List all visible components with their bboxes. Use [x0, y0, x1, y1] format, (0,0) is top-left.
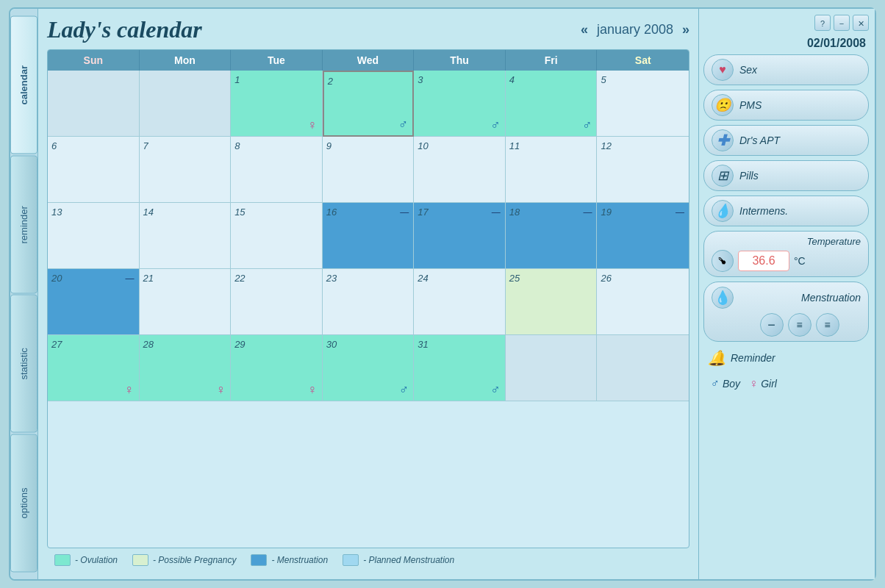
day-number: 11: [509, 140, 520, 151]
table-row[interactable]: 8: [231, 137, 323, 203]
table-row[interactable]: 23: [323, 269, 415, 335]
table-row[interactable]: [48, 71, 140, 137]
header: Lady's calendar « january 2008 »: [47, 16, 689, 43]
pms-icon: 🙁: [712, 94, 734, 116]
table-row[interactable]: 14: [140, 203, 232, 269]
gender-row: ♂ Boy ♀ Girl: [703, 374, 869, 393]
table-row[interactable]: 15: [231, 203, 323, 269]
table-row[interactable]: [140, 71, 232, 137]
table-row[interactable]: 5: [597, 71, 689, 137]
day-dash: —: [492, 207, 501, 218]
table-row[interactable]: 9: [323, 137, 415, 203]
day-number: 25: [509, 273, 520, 284]
table-row[interactable]: 26: [597, 269, 689, 335]
day-number: 22: [234, 273, 245, 284]
day-dash: —: [583, 207, 592, 218]
day-number: 10: [418, 140, 428, 151]
table-row[interactable]: 25: [506, 269, 598, 335]
day-number: 4: [509, 74, 515, 85]
legend-ovulation: - Ovulation: [54, 554, 118, 566]
table-row[interactable]: 18—: [506, 203, 598, 269]
header-sun: Sun: [48, 50, 140, 71]
calendar: Sun Mon Tue Wed Thu Fri Sat 1♀2♂3♂4♂5678…: [47, 49, 689, 548]
day-number: 3: [418, 74, 423, 85]
table-row[interactable]: 4♂: [506, 71, 598, 137]
table-row[interactable]: 16—: [323, 203, 415, 269]
table-row[interactable]: 30♂: [323, 335, 415, 401]
day-number: 26: [601, 273, 611, 284]
day-number: 19: [601, 207, 611, 218]
help-button[interactable]: ?: [814, 15, 831, 31]
table-row[interactable]: 28♀: [140, 335, 232, 401]
boy-symbol: ♂: [711, 377, 720, 390]
table-row[interactable]: 24: [414, 269, 506, 335]
mens-equal2-button[interactable]: ≡: [816, 313, 839, 337]
day-number: 21: [143, 273, 154, 284]
day-gender-icon: ♂: [398, 117, 409, 132]
prev-month-button[interactable]: «: [581, 22, 588, 37]
close-button[interactable]: ✕: [853, 15, 869, 31]
intermens-button[interactable]: 💧 Intermens.: [703, 196, 869, 226]
mens-equal1-button[interactable]: ≡: [788, 313, 811, 337]
reminder-row: 🔔 Reminder: [703, 346, 869, 370]
temperature-input-row: 🌡 °C: [712, 250, 861, 272]
header-tue: Tue: [231, 50, 323, 71]
header-sat: Sat: [597, 50, 689, 71]
day-dash: —: [676, 207, 684, 218]
table-row[interactable]: 17—: [414, 203, 506, 269]
next-month-button[interactable]: »: [682, 22, 689, 37]
table-row[interactable]: 31♂: [414, 335, 506, 401]
legend-menstruation-label: - Menstruation: [271, 555, 328, 565]
table-row[interactable]: [506, 335, 598, 401]
legend-ovulation-box: [54, 554, 71, 566]
girl-item: ♀ Girl: [749, 377, 777, 390]
day-gender-icon: ♀: [216, 382, 226, 398]
day-number: 18: [509, 207, 520, 218]
calendar-header: Sun Mon Tue Wed Thu Fri Sat: [48, 50, 689, 71]
table-row[interactable]: 22: [231, 269, 323, 335]
table-row[interactable]: 20—: [48, 269, 140, 335]
table-row[interactable]: 7: [140, 137, 232, 203]
table-row[interactable]: 1♀: [231, 71, 323, 137]
sex-button[interactable]: ♥ Sex: [703, 54, 869, 85]
day-number: 24: [418, 273, 428, 284]
sex-icon: ♥: [712, 59, 734, 81]
temperature-section: Temperature 🌡 °C: [703, 231, 869, 277]
pills-button[interactable]: ⊞ Pills: [703, 160, 869, 191]
day-number: 16: [326, 207, 337, 218]
sidebar-item-reminder[interactable]: reminder: [10, 156, 37, 294]
temperature-label: Temperature: [712, 236, 861, 247]
day-number: 7: [143, 140, 148, 151]
table-row[interactable]: 11: [506, 137, 598, 203]
current-date: 02/01/2008: [703, 37, 869, 50]
sidebar-item-options[interactable]: options: [10, 434, 37, 573]
table-row[interactable]: 13: [48, 203, 140, 269]
table-row[interactable]: 10: [414, 137, 506, 203]
table-row[interactable]: 2♂: [323, 71, 415, 137]
legend-menstruation-box: [251, 554, 267, 566]
legend-planned-menstruation-label: - Planned Menstruation: [363, 555, 454, 565]
day-number: 8: [234, 140, 240, 151]
sidebar-item-statistic[interactable]: statistic: [10, 295, 37, 433]
apt-button[interactable]: ✚ Dr's APT: [703, 125, 869, 156]
pms-button[interactable]: 🙁 PMS: [703, 90, 869, 121]
day-number: 9: [326, 140, 332, 151]
mens-minus-button[interactable]: −: [760, 313, 784, 337]
minimize-button[interactable]: −: [834, 15, 850, 31]
table-row[interactable]: 27♀: [48, 335, 140, 401]
temperature-input[interactable]: [738, 251, 789, 271]
table-row[interactable]: [597, 335, 689, 401]
table-row[interactable]: 12: [597, 137, 689, 203]
content-area: Lady's calendar « january 2008 » Sun Mon…: [38, 9, 698, 579]
boy-item: ♂ Boy: [711, 377, 740, 390]
day-number: 27: [51, 339, 62, 350]
app-title: Lady's calendar: [47, 16, 202, 43]
table-row[interactable]: 3♂: [414, 71, 506, 137]
table-row[interactable]: 29♀: [231, 335, 323, 401]
table-row[interactable]: 21: [140, 269, 232, 335]
table-row[interactable]: 19—: [597, 203, 689, 269]
girl-symbol: ♀: [749, 377, 758, 390]
sidebar-item-calendar[interactable]: calendar: [10, 16, 37, 154]
day-number: 29: [234, 339, 245, 350]
table-row[interactable]: 6: [48, 137, 140, 203]
